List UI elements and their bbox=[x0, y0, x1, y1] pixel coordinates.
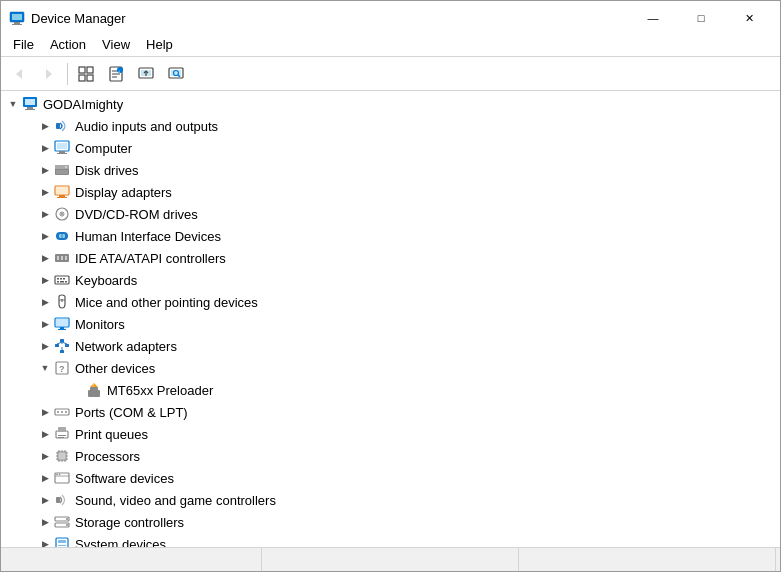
expand-btn[interactable]: ▶ bbox=[37, 316, 53, 332]
svg-rect-53 bbox=[63, 278, 65, 280]
print-icon bbox=[53, 426, 71, 442]
list-item[interactable]: ▶ bbox=[1, 445, 780, 467]
svg-rect-55 bbox=[60, 281, 64, 283]
dvd-label: DVD/CD-ROM drives bbox=[75, 207, 198, 222]
status-section-1 bbox=[5, 548, 262, 571]
update-button[interactable] bbox=[132, 61, 160, 87]
svg-rect-60 bbox=[56, 319, 68, 326]
tree-content[interactable]: ▼ GODAImighty ▶ bbox=[1, 91, 780, 547]
expand-btn[interactable]: ▼ bbox=[37, 360, 53, 376]
list-item[interactable]: ▶ Keyboards bbox=[1, 269, 780, 291]
forward-button[interactable] bbox=[35, 61, 63, 87]
computer-label: Computer bbox=[75, 141, 132, 156]
svg-point-42 bbox=[61, 213, 63, 215]
svg-rect-109 bbox=[58, 540, 66, 543]
expand-btn[interactable]: ▶ bbox=[37, 338, 53, 354]
list-item[interactable]: ▶ Storage controllers bbox=[1, 511, 780, 533]
svg-rect-63 bbox=[60, 339, 64, 342]
svg-rect-3 bbox=[12, 24, 22, 25]
monitors-label: Monitors bbox=[75, 317, 125, 332]
list-item[interactable]: ▶ Print queues bbox=[1, 423, 780, 445]
sound-label: Sound, video and game controllers bbox=[75, 493, 276, 508]
list-item[interactable]: ▶ Human Interface Devices bbox=[1, 225, 780, 247]
expand-btn[interactable]: ▶ bbox=[37, 448, 53, 464]
list-item[interactable]: ▶ System devices bbox=[1, 533, 780, 547]
window-title: Device Manager bbox=[31, 11, 630, 26]
minimize-button[interactable]: — bbox=[630, 7, 676, 29]
svg-point-34 bbox=[65, 166, 67, 168]
list-item[interactable]: ▶ Display adapters bbox=[1, 181, 780, 203]
svg-rect-103 bbox=[56, 497, 60, 503]
computer-icon bbox=[53, 140, 71, 156]
svg-line-68 bbox=[57, 342, 62, 344]
svg-text:?: ? bbox=[59, 364, 65, 374]
svg-rect-51 bbox=[57, 278, 59, 280]
svg-rect-39 bbox=[57, 197, 67, 198]
expand-btn[interactable]: ▶ bbox=[37, 470, 53, 486]
svg-rect-61 bbox=[60, 327, 64, 329]
svg-rect-1 bbox=[12, 14, 22, 20]
menu-file[interactable]: File bbox=[5, 35, 42, 54]
expand-btn[interactable]: ▶ bbox=[37, 426, 53, 442]
svg-marker-4 bbox=[16, 69, 22, 79]
expand-btn[interactable]: ▶ bbox=[37, 514, 53, 530]
show-hide-button[interactable] bbox=[72, 61, 100, 87]
svg-rect-81 bbox=[56, 431, 68, 438]
list-item[interactable]: ▶ Sound, video and game controllers bbox=[1, 489, 780, 511]
svg-rect-52 bbox=[60, 278, 62, 280]
list-item[interactable]: ▶ Computer bbox=[1, 137, 780, 159]
expand-btn[interactable]: ▶ bbox=[37, 272, 53, 288]
svg-marker-75 bbox=[90, 383, 98, 387]
root-expand[interactable]: ▼ bbox=[5, 96, 21, 112]
expand-btn[interactable]: ▶ bbox=[37, 140, 53, 156]
keyboards-label: Keyboards bbox=[75, 273, 137, 288]
expand-btn[interactable]: ▶ bbox=[37, 492, 53, 508]
list-item[interactable]: ▶ DVD/CD-ROM drives bbox=[1, 203, 780, 225]
network-label: Network adapters bbox=[75, 339, 177, 354]
expand-btn[interactable]: ▶ bbox=[37, 206, 53, 222]
root-item[interactable]: ▼ GODAImighty bbox=[1, 93, 780, 115]
menu-help[interactable]: Help bbox=[138, 35, 181, 54]
status-section-3 bbox=[519, 548, 776, 571]
software-icon bbox=[53, 470, 71, 486]
expand-btn[interactable]: ▶ bbox=[37, 536, 53, 547]
list-item[interactable]: ▶ Monitors bbox=[1, 313, 780, 335]
list-item[interactable]: ▶ Network adapters bbox=[1, 335, 780, 357]
list-item[interactable]: ▶ IDE ATA/ATAPI controllers bbox=[1, 247, 780, 269]
status-bar bbox=[1, 547, 780, 571]
expand-btn[interactable]: ▶ bbox=[37, 228, 53, 244]
svg-rect-110 bbox=[58, 545, 66, 546]
properties-button[interactable]: i bbox=[102, 61, 130, 87]
list-item[interactable]: ▼ ? Other devices bbox=[1, 357, 780, 379]
list-item[interactable]: ! MT65xx Preloader bbox=[1, 379, 780, 401]
maximize-button[interactable]: □ bbox=[678, 7, 724, 29]
list-item[interactable]: ▶ Audio inputs and outputs bbox=[1, 115, 780, 137]
toolbar: i bbox=[1, 57, 780, 91]
svg-text:!: ! bbox=[93, 383, 94, 388]
svg-rect-64 bbox=[55, 344, 59, 347]
menu-action[interactable]: Action bbox=[42, 35, 94, 54]
expand-btn[interactable]: ▶ bbox=[37, 250, 53, 266]
svg-marker-5 bbox=[46, 69, 52, 79]
back-button[interactable] bbox=[5, 61, 33, 87]
expand-btn[interactable]: ▶ bbox=[37, 118, 53, 134]
storage-icon bbox=[53, 514, 71, 530]
close-button[interactable]: ✕ bbox=[726, 7, 772, 29]
ports-icon bbox=[53, 404, 71, 420]
expand-btn[interactable]: ▶ bbox=[37, 184, 53, 200]
expand-btn[interactable]: ▶ bbox=[37, 294, 53, 310]
svg-rect-83 bbox=[58, 435, 66, 436]
svg-rect-82 bbox=[58, 427, 66, 432]
other-icon: ? bbox=[53, 360, 71, 376]
svg-rect-74 bbox=[90, 387, 98, 392]
list-item[interactable]: ▶ Disk drives bbox=[1, 159, 780, 181]
expand-btn[interactable]: ▶ bbox=[37, 162, 53, 178]
scan-button[interactable] bbox=[162, 61, 190, 87]
list-item[interactable]: ▶ Ports (COM & LPT) bbox=[1, 401, 780, 423]
expand-btn[interactable]: ▶ bbox=[37, 404, 53, 420]
storage-label: Storage controllers bbox=[75, 515, 184, 530]
mice-label: Mice and other pointing devices bbox=[75, 295, 258, 310]
menu-view[interactable]: View bbox=[94, 35, 138, 54]
list-item[interactable]: ▶ Software devices bbox=[1, 467, 780, 489]
list-item[interactable]: ▶ Mice and other pointing devices bbox=[1, 291, 780, 313]
